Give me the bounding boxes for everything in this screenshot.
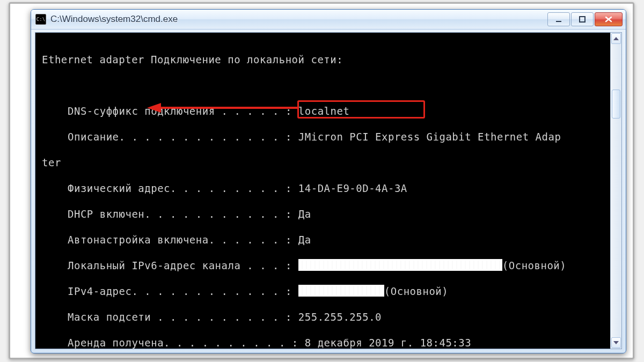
terminal-area[interactable]: Ethernet adapter Подключение по локально…: [35, 32, 622, 349]
cmd-window: C:\ C:\Windows\system32\cmd.exe Ethernet…: [31, 9, 626, 353]
window-title: C:\Windows\system32\cmd.exe: [50, 14, 547, 25]
row-description-wrap: ter: [35, 156, 621, 169]
outer-frame: C:\ C:\Windows\system32\cmd.exe Ethernet…: [9, 2, 634, 359]
value: 8 декабря 2019 г. 18:45:33: [305, 337, 471, 349]
label: Физический адрес. . . . . . . . . :: [68, 182, 292, 194]
row-dhcp-enabled: DHCP включен. . . . . . . . . . . : Да: [35, 208, 621, 220]
vertical-scrollbar[interactable]: [610, 33, 621, 349]
row-phys-addr: Физический адрес. . . . . . . . . : 14-D…: [35, 182, 621, 195]
close-button[interactable]: [595, 12, 623, 26]
redacted-value: [298, 259, 502, 271]
blank-line: [35, 79, 621, 92]
value: Да: [298, 234, 311, 246]
adapter-header: Ethernet adapter Подключение по локально…: [35, 53, 621, 66]
svg-rect-0: [556, 21, 561, 22]
row-description: Описание. . . . . . . . . . . . . : JMic…: [35, 130, 621, 143]
value: localnet: [298, 105, 350, 117]
label: Локальный IPv6-адрес канала . . . :: [68, 260, 292, 271]
scroll-down-button[interactable]: [611, 337, 621, 348]
value: 14-DA-E9-0D-4A-3A: [298, 182, 407, 194]
label: IPv4-адрес. . . . . . . . . . . . :: [68, 285, 292, 297]
label: DHCP включен. . . . . . . . . . . :: [68, 208, 292, 220]
maximize-button[interactable]: [571, 12, 594, 26]
label: Аренда получена. . . . . . . . . . :: [68, 337, 298, 349]
label: Маска подсети . . . . . . . . . . :: [68, 311, 292, 323]
label: DNS-суффикс подключения . . . . . :: [68, 105, 292, 117]
label: Описание. . . . . . . . . . . . . :: [68, 131, 292, 143]
row-lease-obtained: Аренда получена. . . . . . . . . . : 8 д…: [35, 336, 621, 349]
row-autoconfig: Автонастройка включена. . . . . . : Да: [35, 233, 621, 246]
value-tail: (Основной): [502, 260, 566, 271]
value: Да: [298, 208, 311, 220]
row-ipv6-link: Локальный IPv6-адрес канала . . . : (Осн…: [35, 259, 621, 272]
label: Автонастройка включена. . . . . . :: [68, 234, 292, 246]
value-tail: (Основной): [384, 285, 448, 297]
minimize-button[interactable]: [547, 12, 570, 26]
cmd-icon: C:\: [35, 14, 46, 25]
value: 255.255.255.0: [298, 311, 382, 323]
redacted-value: [298, 285, 384, 297]
scroll-up-button[interactable]: [611, 33, 621, 44]
terminal-output: Ethernet adapter Подключение по локально…: [35, 33, 621, 349]
row-dns-suffix: DNS-суффикс подключения . . . . . : loca…: [35, 105, 621, 117]
row-subnet-mask: Маска подсети . . . . . . . . . . : 255.…: [35, 311, 621, 323]
scroll-thumb[interactable]: [612, 90, 620, 119]
window-controls: [547, 12, 623, 26]
svg-rect-1: [580, 17, 585, 22]
row-ipv4: IPv4-адрес. . . . . . . . . . . . : (Осн…: [35, 285, 621, 298]
value: JMicron PCI Express Gigabit Ethernet Ada…: [298, 131, 561, 143]
titlebar[interactable]: C:\ C:\Windows\system32\cmd.exe: [31, 10, 626, 29]
